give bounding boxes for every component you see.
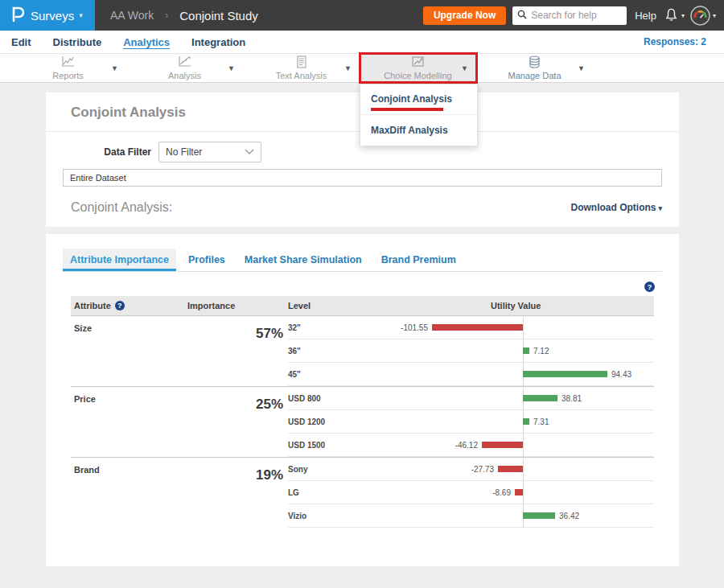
toolbar-label: Reports bbox=[52, 72, 84, 80]
search-input[interactable] bbox=[531, 10, 619, 21]
section-divider bbox=[46, 227, 679, 234]
utility-value-label: 7.31 bbox=[533, 417, 549, 426]
dataset-input[interactable] bbox=[63, 169, 662, 187]
utility-value-label: 7.12 bbox=[533, 347, 549, 356]
tab-profiles[interactable]: Profiles bbox=[181, 249, 232, 271]
choice-chart-icon bbox=[411, 56, 425, 71]
level-label: LG bbox=[288, 488, 402, 497]
help-search-box[interactable] bbox=[512, 6, 627, 25]
utility-bar bbox=[523, 418, 529, 425]
nav-item-edit[interactable]: Edit bbox=[11, 36, 31, 48]
utility-table: Attribute ? Importance Level Utility Val… bbox=[71, 296, 654, 528]
attribute-group: Price 25% USD 80038.81USD 12007.31USD 15… bbox=[71, 386, 654, 457]
toolbar-manage-data-button[interactable]: Manage Data ▼ bbox=[476, 54, 593, 82]
chevron-down-icon bbox=[245, 148, 254, 157]
chevron-down-icon[interactable]: ▾ bbox=[713, 12, 716, 19]
upgrade-now-button[interactable]: Upgrade Now bbox=[423, 6, 506, 25]
level-row: 32"-101.55 bbox=[288, 316, 654, 339]
chevron-down-icon: ▼ bbox=[461, 64, 468, 72]
utility-bar-cell: 38.81 bbox=[402, 387, 654, 409]
column-header-utility-value: Utility Value bbox=[402, 301, 654, 310]
tab-market-share-simulation[interactable]: Market Share Simulation bbox=[237, 249, 369, 271]
nav-item-distribute[interactable]: Distribute bbox=[53, 36, 102, 48]
analysis-tabs: Attribute Importance Profiles Market Sha… bbox=[63, 249, 662, 272]
utility-bar bbox=[523, 347, 529, 354]
importance-value: 25% bbox=[187, 387, 288, 457]
utility-bar-cell: -8.69 bbox=[402, 481, 654, 504]
breadcrumb-study-title: Conjoint Study bbox=[179, 9, 258, 23]
help-link[interactable]: Help bbox=[635, 10, 656, 22]
nav-item-integration[interactable]: Integration bbox=[191, 36, 245, 48]
nav-item-analytics[interactable]: Analytics bbox=[123, 36, 170, 48]
help-icon[interactable]: ? bbox=[644, 282, 655, 292]
header-actions: Upgrade Now Help ▾ ▾ bbox=[423, 6, 724, 26]
survey-nav: Edit Distribute Analytics Integration Re… bbox=[0, 31, 724, 53]
utility-bar-cell: 36.42 bbox=[402, 504, 654, 527]
level-row: USD 1500-46.12 bbox=[288, 434, 654, 457]
chevron-down-icon: ▼ bbox=[344, 64, 352, 72]
level-label: 45" bbox=[288, 370, 402, 379]
importance-value: 57% bbox=[187, 316, 288, 386]
chevron-down-icon: ▼ bbox=[578, 64, 585, 72]
utility-bar-cell: 7.31 bbox=[402, 410, 654, 433]
product-label: Surveys bbox=[31, 9, 74, 23]
annotation-underline bbox=[371, 108, 443, 111]
tab-attribute-importance[interactable]: Attribute Importance bbox=[63, 249, 176, 271]
levels: Sony-27.73LG-8.69Vizio36.42 bbox=[288, 458, 654, 528]
utility-bar-cell: 7.12 bbox=[402, 339, 654, 362]
menu-item-maxdiff-analysis[interactable]: MaxDiff Analysis bbox=[360, 114, 477, 146]
attribute-name: Size bbox=[71, 316, 187, 386]
app-window: Surveys ▾ AA Work › Conjoint Study Upgra… bbox=[0, 0, 724, 588]
avatar[interactable] bbox=[690, 6, 710, 26]
menu-item-label: Conjoint Analysis bbox=[371, 93, 452, 105]
level-label: USD 1200 bbox=[288, 417, 402, 426]
section-header: Conjoint Analysis: Download Options▾ bbox=[46, 187, 679, 227]
toolbar-label: Manage Data bbox=[508, 72, 561, 80]
level-row: USD 12007.31 bbox=[288, 410, 654, 434]
download-options-button[interactable]: Download Options▾ bbox=[570, 202, 662, 213]
utility-bar-cell: -101.55 bbox=[402, 316, 654, 339]
utility-bar bbox=[523, 512, 555, 519]
dataset-field-row bbox=[63, 169, 662, 187]
conjoint-analysis-card: Conjoint Analysis Data Filter No Filter … bbox=[46, 93, 679, 566]
chevron-down-icon[interactable]: ▾ bbox=[681, 12, 685, 19]
section-title: Conjoint Analysis: bbox=[71, 200, 172, 215]
utility-value-label: -46.12 bbox=[455, 441, 478, 450]
tab-brand-premium[interactable]: Brand Premium bbox=[374, 249, 463, 271]
data-filter-select[interactable]: No Filter bbox=[158, 142, 261, 162]
help-icon[interactable]: ? bbox=[115, 301, 125, 310]
chevron-down-icon: ▼ bbox=[111, 64, 118, 72]
utility-table-header: Attribute ? Importance Level Utility Val… bbox=[71, 296, 654, 315]
menu-item-conjoint-analysis[interactable]: Conjoint Analysis bbox=[360, 84, 477, 114]
toolbar-analysis-button[interactable]: Analysis ▼ bbox=[126, 54, 243, 82]
attribute-name: Price bbox=[71, 387, 187, 457]
attribute-group: Size 57% 32"-101.5536"7.1245"94.43 bbox=[71, 315, 654, 386]
line-chart-icon bbox=[61, 56, 75, 71]
menu-item-label: MaxDiff Analysis bbox=[371, 125, 448, 136]
utility-bar bbox=[523, 371, 607, 377]
toolbar-choice-modelling-button[interactable]: Choice Modelling ▼ bbox=[360, 54, 476, 82]
trend-chart-icon bbox=[178, 56, 191, 71]
analytics-toolbar: Reports ▼ Analysis ▼ Text Analysis ▼ bbox=[0, 53, 724, 83]
level-row: Sony-27.73 bbox=[288, 458, 654, 481]
levels: USD 80038.81USD 12007.31USD 1500-46.12 bbox=[288, 387, 654, 457]
utility-value-label: -27.73 bbox=[471, 465, 494, 474]
attribute-name: Brand bbox=[71, 458, 187, 528]
toolbar-text-analysis-button[interactable]: Text Analysis ▼ bbox=[243, 54, 360, 82]
chevron-down-icon: ▾ bbox=[658, 204, 662, 212]
importance-value: 19% bbox=[187, 458, 288, 528]
utility-table-body: Size 57% 32"-101.5536"7.1245"94.43 Price… bbox=[71, 315, 654, 528]
level-label: USD 1500 bbox=[288, 441, 402, 450]
utility-value-label: -101.55 bbox=[401, 323, 428, 332]
levels: 32"-101.5536"7.1245"94.43 bbox=[288, 316, 654, 386]
utility-bar bbox=[523, 395, 557, 401]
notifications-bell-icon[interactable] bbox=[664, 7, 679, 23]
utility-bar-cell: -27.73 bbox=[402, 458, 654, 480]
data-filter-label: Data Filter bbox=[63, 146, 151, 158]
level-row: Vizio36.42 bbox=[288, 504, 654, 528]
breadcrumb-workspace[interactable]: AA Work bbox=[110, 9, 154, 22]
toolbar-label: Choice Modelling bbox=[384, 72, 451, 80]
toolbar-reports-button[interactable]: Reports ▼ bbox=[10, 54, 126, 82]
download-options-label: Download Options bbox=[570, 202, 656, 213]
product-switcher[interactable]: Surveys ▾ bbox=[0, 0, 95, 31]
